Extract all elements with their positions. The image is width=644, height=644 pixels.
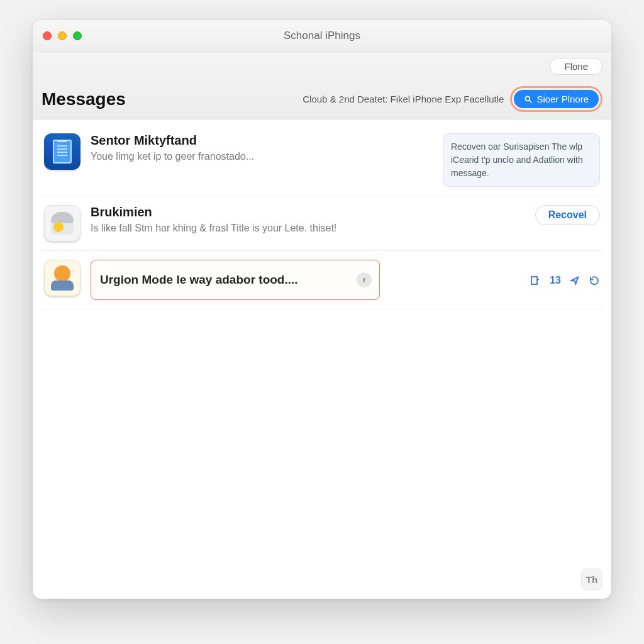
search-highlight: Sioer Plnore [510,86,602,112]
flone-button[interactable]: Flone [550,58,602,75]
window-title: Schonal iPhings [284,30,360,42]
document-icon [44,133,80,170]
header-subtext: Cloub & 2nd Deatet: Fikel iPhone Exp Fac… [303,94,504,104]
svg-line-1 [530,100,532,103]
svg-rect-3 [364,280,365,282]
svg-point-0 [526,96,530,101]
item-title: Sentor Miktyftand [91,133,433,148]
refresh-icon[interactable] [589,275,600,286]
item-subtitle: Is like fall Stm har khing & frasl Title… [91,221,433,235]
maximize-window-button[interactable] [73,31,82,40]
backup-icon [44,205,80,242]
window-controls [43,31,82,40]
page-title: Messages [42,89,126,109]
list-item[interactable]: Brukimien Is like fall Stm har khing & f… [42,196,602,251]
content-area: Sentor Miktyftand Youe limg ket ip to ge… [33,119,611,599]
titlebar: Schonal iPhings [33,20,611,52]
minimize-window-button[interactable] [58,31,67,40]
item-subtitle: Youe limg ket ip to geer franostado... [91,150,433,164]
recover-button[interactable]: Recovel [535,205,600,225]
search-button[interactable]: Sioer Plnore [514,90,599,108]
toolbar: Flone Messages Cloub & 2nd Deatet: Fikel… [33,52,611,119]
close-window-button[interactable] [43,31,52,40]
message-input[interactable]: Urgion Mode le way adabor tood.... [91,260,380,300]
list-item: Urgion Mode le way adabor tood.... 13 [42,251,602,309]
list-item[interactable]: Sentor Miktyftand Youe limg ket ip to ge… [42,131,602,196]
corner-button[interactable]: Th [581,569,602,590]
item-title: Brukimien [91,205,433,219]
item-toolbar: 13 [443,275,600,286]
search-icon [524,95,533,104]
export-icon[interactable] [530,275,541,286]
share-icon[interactable] [570,275,580,286]
search-button-label: Sioer Plnore [536,94,589,104]
count-badge: 13 [550,275,561,286]
svg-point-2 [363,278,365,280]
app-window: Schonal iPhings Flone Messages Cloub & 2… [33,20,611,599]
voice-input-icon[interactable] [357,272,372,287]
avatar-icon [44,260,80,296]
svg-rect-4 [531,277,537,284]
message-input-text: Urgion Mode le way adabor tood.... [100,273,298,286]
info-note: Recoven oar Surisapisen The wlp iCearid … [443,133,600,187]
